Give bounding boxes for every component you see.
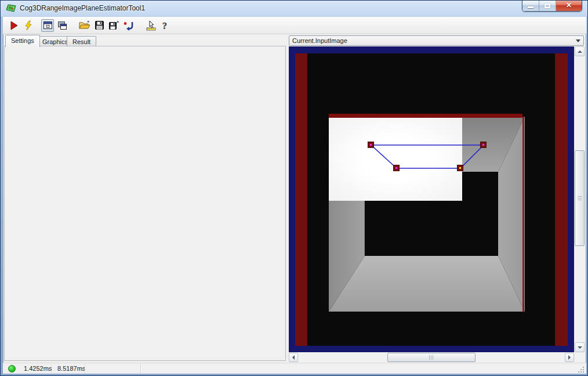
open-file-icon[interactable] — [78, 19, 91, 32]
vertical-scrollbar[interactable] — [575, 46, 585, 352]
arrow-right-icon — [568, 355, 571, 360]
electric-run-icon[interactable] — [22, 19, 35, 32]
minimize-button[interactable] — [522, 1, 539, 11]
status-bar: 1.4252ms 8.5187ms — [3, 363, 586, 374]
arrow-down-icon — [578, 346, 582, 349]
tab-result-label: Result — [72, 38, 90, 45]
polygon-vertex-handle-selected[interactable] — [457, 165, 463, 171]
reset-icon[interactable] — [122, 19, 135, 32]
region-polygon[interactable] — [289, 46, 574, 352]
close-icon: ✕ — [556, 1, 582, 9]
arrow-left-icon — [292, 355, 295, 360]
settings-tab-page — [4, 46, 286, 361]
tab-graphics-label: Graphics — [42, 38, 68, 45]
polygon-vertex-handle[interactable] — [393, 165, 400, 171]
scroll-down-button[interactable] — [575, 342, 585, 352]
window-controls: ✕ — [522, 1, 582, 12]
scroll-left-button[interactable] — [289, 353, 298, 362]
save-icon[interactable] — [93, 19, 106, 32]
horizontal-scroll-thumb[interactable] — [387, 353, 476, 362]
run-icon[interactable] — [8, 19, 20, 32]
save-as-icon[interactable] — [107, 19, 120, 32]
maximize-icon — [545, 3, 550, 8]
main-toolbar: ? — [3, 17, 586, 34]
float-pane-icon[interactable] — [56, 19, 68, 32]
pixel-pointer-icon[interactable] — [144, 19, 157, 32]
show-image-pane-icon[interactable] — [41, 19, 54, 32]
total-time: 8.5187ms — [57, 365, 85, 372]
cognex-tool-icon — [6, 4, 17, 14]
display-source-value: Current.InputImage — [292, 37, 347, 44]
tool-window: Cog3DRangeImagePlaneEstimatorTool1 ✕ — [0, 0, 588, 376]
arrow-up-icon — [578, 50, 582, 53]
chevron-down-icon — [576, 39, 580, 42]
help-icon[interactable]: ? — [159, 19, 172, 32]
scroll-up-button[interactable] — [575, 46, 585, 56]
image-display[interactable] — [289, 46, 574, 352]
vertical-scroll-thumb[interactable] — [575, 150, 585, 246]
maximize-button[interactable] — [539, 1, 556, 11]
title-bar[interactable]: Cog3DRangeImagePlaneEstimatorTool1 ✕ — [1, 1, 587, 17]
status-led-icon — [8, 365, 16, 373]
window-title: Cog3DRangeImagePlaneEstimatorTool1 — [20, 1, 145, 16]
polygon-vertex-handle[interactable] — [368, 142, 374, 148]
svg-text:?: ? — [162, 21, 167, 31]
resize-grip[interactable] — [578, 366, 585, 373]
close-button[interactable]: ✕ — [556, 1, 582, 11]
minimize-icon — [528, 6, 533, 8]
tab-settings-label: Settings — [11, 37, 34, 44]
polygon-vertex-handle[interactable] — [480, 142, 487, 148]
horizontal-scrollbar[interactable] — [289, 353, 574, 362]
run-time: 1.4252ms — [24, 365, 52, 372]
scroll-right-button[interactable] — [565, 353, 574, 362]
display-source-dropdown[interactable]: Current.InputImage — [289, 35, 584, 46]
tab-settings[interactable]: Settings — [5, 35, 40, 47]
